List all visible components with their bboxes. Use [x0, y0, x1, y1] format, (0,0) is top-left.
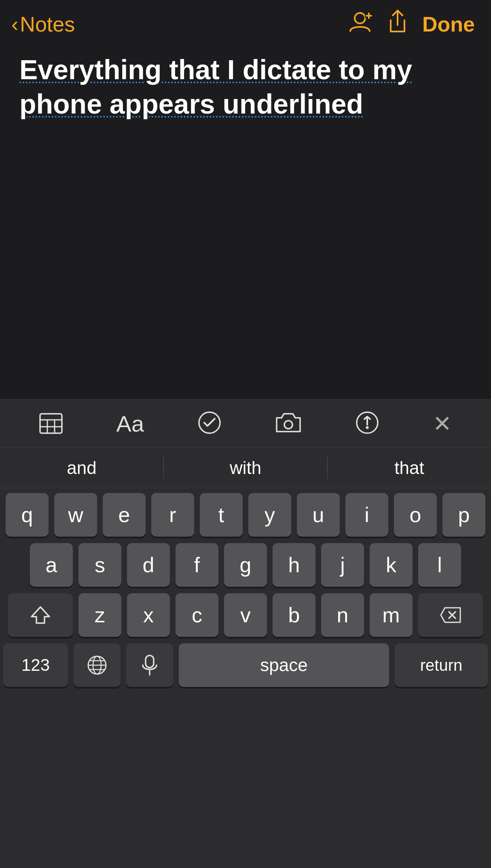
back-label: Notes — [20, 12, 75, 36]
markup-icon[interactable] — [356, 411, 379, 436]
close-icon[interactable]: ✕ — [433, 411, 452, 437]
key-k[interactable]: k — [370, 543, 413, 587]
text-format-icon[interactable]: Aa — [116, 411, 144, 437]
svg-rect-4 — [40, 414, 62, 433]
back-chevron-icon: ‹ — [11, 14, 18, 35]
keyboard-row-1: q w e r t y u i o p — [3, 493, 488, 537]
svg-point-9 — [199, 412, 220, 433]
key-o[interactable]: o — [394, 493, 437, 537]
share-icon[interactable] — [387, 10, 408, 39]
key-e[interactable]: e — [103, 493, 146, 537]
key-f[interactable]: f — [176, 543, 218, 587]
keyboard: q w e r t y u i o p a s d f g h j k l z … — [0, 488, 491, 868]
svg-point-10 — [284, 421, 292, 429]
suggestion-and[interactable]: and — [0, 454, 163, 482]
header: ‹ Notes Done — [0, 0, 491, 44]
back-button[interactable]: ‹ Notes — [11, 12, 75, 36]
key-i[interactable]: i — [345, 493, 388, 537]
key-d[interactable]: d — [127, 543, 170, 587]
key-return[interactable]: return — [395, 643, 488, 687]
key-globe[interactable] — [74, 643, 121, 687]
key-z[interactable]: z — [78, 593, 121, 637]
key-x[interactable]: x — [127, 593, 170, 637]
keyboard-row-4: 123 space return — [3, 643, 488, 687]
key-t[interactable]: t — [200, 493, 243, 537]
key-c[interactable]: c — [176, 593, 218, 637]
key-shift[interactable] — [8, 593, 73, 637]
svg-point-0 — [355, 13, 365, 23]
keyboard-row-3: z x c v b n m — [3, 593, 488, 637]
suggestion-that[interactable]: that — [328, 454, 491, 482]
suggestion-with[interactable]: with — [164, 454, 327, 482]
checklist-icon[interactable] — [198, 411, 221, 436]
done-button[interactable]: Done — [422, 12, 475, 36]
key-w[interactable]: w — [54, 493, 97, 537]
svg-rect-20 — [146, 655, 154, 668]
key-microphone[interactable] — [126, 643, 173, 687]
suggestions-row: and with that — [0, 448, 491, 488]
header-actions: Done — [349, 10, 475, 39]
key-m[interactable]: m — [370, 593, 413, 637]
key-numbers[interactable]: 123 — [3, 643, 68, 687]
key-n[interactable]: n — [321, 593, 364, 637]
key-y[interactable]: y — [248, 493, 291, 537]
key-b[interactable]: b — [273, 593, 315, 637]
add-collaborator-icon[interactable] — [349, 11, 373, 38]
svg-point-12 — [366, 426, 369, 429]
keyboard-row-2: a s d f g h j k l — [3, 543, 488, 587]
table-icon[interactable] — [39, 413, 63, 434]
key-s[interactable]: s — [78, 543, 121, 587]
key-a[interactable]: a — [30, 543, 73, 587]
format-toolbar: Aa ✕ — [0, 399, 491, 448]
key-v[interactable]: v — [224, 593, 267, 637]
note-content-area[interactable]: Everything that I dictate to my phone ap… — [0, 44, 491, 448]
key-q[interactable]: q — [6, 493, 49, 537]
camera-icon[interactable] — [275, 411, 302, 436]
key-g[interactable]: g — [224, 543, 267, 587]
key-space[interactable]: space — [179, 643, 389, 687]
key-p[interactable]: p — [442, 493, 485, 537]
key-delete[interactable] — [418, 593, 483, 637]
key-r[interactable]: r — [151, 493, 194, 537]
key-l[interactable]: l — [418, 543, 461, 587]
note-title[interactable]: Everything that I dictate to my phone ap… — [19, 53, 472, 121]
key-j[interactable]: j — [321, 543, 364, 587]
key-u[interactable]: u — [297, 493, 340, 537]
key-h[interactable]: h — [273, 543, 315, 587]
